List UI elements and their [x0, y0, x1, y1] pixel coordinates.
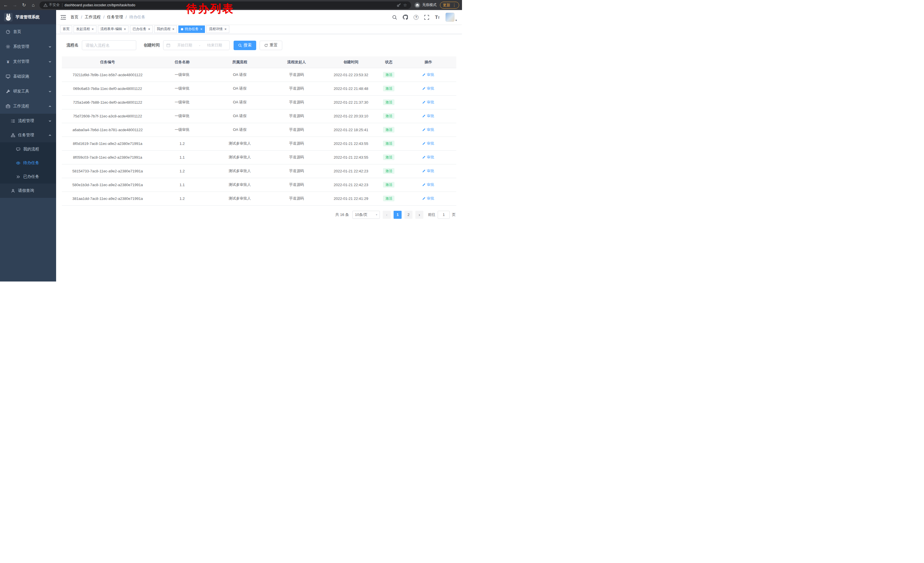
- fullscreen-icon[interactable]: [424, 15, 429, 20]
- sidebar-item-my-process[interactable]: 我的流程: [0, 142, 56, 156]
- page-button[interactable]: 2: [405, 211, 412, 219]
- tab-close-icon[interactable]: ×: [92, 27, 94, 31]
- cell-actions: 审批: [400, 95, 456, 109]
- github-icon[interactable]: [403, 15, 408, 20]
- help-icon[interactable]: ?: [414, 15, 418, 20]
- tab-active[interactable]: 待办任务×: [178, 26, 205, 33]
- sidebar-fold-icon[interactable]: [56, 15, 70, 20]
- user-avatar[interactable]: ▾: [446, 13, 457, 22]
- approve-link[interactable]: 审批: [422, 72, 434, 77]
- tab-item[interactable]: 首页: [60, 26, 72, 33]
- sidebar-item-leave-query[interactable]: 请假查询: [0, 183, 56, 198]
- security-warning[interactable]: 不安全: [44, 3, 60, 8]
- cell-initiator: 芋道源码: [268, 178, 325, 192]
- tab-close-icon[interactable]: ×: [172, 27, 175, 31]
- table-row: 8f0d1619-7ac8-11ec-a9e2-a2380e71991a1.2测…: [62, 137, 456, 150]
- approve-link[interactable]: 审批: [422, 196, 434, 201]
- tab-item[interactable]: 我的流程×: [154, 26, 177, 33]
- cell-status: 激活: [377, 150, 400, 164]
- search-icon[interactable]: [392, 15, 397, 20]
- sidebar-item-infra[interactable]: 基础设施: [0, 69, 56, 84]
- bookmark-star-icon[interactable]: ☆: [404, 3, 407, 8]
- sidebar-item-process-mgmt[interactable]: 流程管理: [0, 114, 56, 128]
- tab-close-icon[interactable]: ×: [200, 27, 202, 31]
- breadcrumb-item[interactable]: 工作流程: [85, 15, 101, 20]
- tab-close-icon[interactable]: ×: [224, 27, 227, 31]
- sidebar-item-done-tasks[interactable]: 已办任务: [0, 170, 56, 183]
- approve-link[interactable]: 审批: [422, 86, 434, 91]
- browser-back-icon[interactable]: ←: [3, 3, 9, 8]
- tab-item[interactable]: 流程表单-编辑×: [98, 26, 129, 33]
- tab-item[interactable]: 已办任务×: [130, 26, 153, 33]
- tab-item[interactable]: 流程详情×: [206, 26, 229, 33]
- approve-link[interactable]: 审批: [422, 141, 434, 146]
- sidebar-item-system[interactable]: 系统管理: [0, 39, 56, 54]
- sidebar-item-devtools[interactable]: 研发工具: [0, 84, 56, 99]
- sidebar-item-home[interactable]: 首页: [0, 24, 56, 39]
- tab-close-icon[interactable]: ×: [148, 27, 150, 31]
- cell-process: OA 请假: [211, 68, 268, 82]
- cell-process: OA 请假: [211, 123, 268, 137]
- eye-icon: [16, 161, 20, 165]
- cell-task-id: 069c6a63-7b8a-11ec-8ef0-acde48001122: [62, 82, 153, 95]
- prev-page-button[interactable]: ‹: [383, 211, 391, 219]
- menu-label: 支付管理: [13, 59, 29, 64]
- list-icon: [11, 119, 15, 123]
- menu-label: 任务管理: [18, 132, 34, 138]
- process-name-input[interactable]: [82, 41, 136, 50]
- url-text[interactable]: dashboard.yudao.iocoder.cn/bpm/task/todo: [65, 3, 394, 7]
- browser-home-icon[interactable]: ⌂: [30, 3, 36, 8]
- status-badge: 激活: [383, 168, 394, 174]
- tab-close-icon[interactable]: ×: [124, 27, 126, 31]
- goto-page-input[interactable]: [438, 211, 450, 219]
- tab-label: 流程详情: [209, 27, 223, 32]
- app-logo[interactable]: 芋道管理系统: [0, 10, 56, 24]
- status-badge: 激活: [383, 127, 394, 132]
- browser-reload-icon[interactable]: ↻: [21, 2, 27, 8]
- cell-create-time: 2022-01-22 18:25:41: [325, 123, 378, 137]
- chevron-down-icon: [48, 45, 51, 48]
- sidebar-item-todo-tasks[interactable]: 待办任务: [0, 156, 56, 170]
- browser-menu-dots-icon[interactable]: ⋮: [452, 3, 456, 8]
- password-key-icon[interactable]: [397, 3, 401, 7]
- chevron-up-icon: [48, 134, 51, 137]
- search-button[interactable]: 搜索: [234, 41, 256, 50]
- cell-task-name: 一级审批: [153, 82, 211, 95]
- address-bar[interactable]: 不安全 dashboard.yudao.iocoder.cn/bpm/task/…: [39, 2, 411, 9]
- next-page-button[interactable]: ›: [416, 211, 423, 219]
- tab-item[interactable]: 发起流程×: [74, 26, 96, 33]
- approve-link-label: 审批: [427, 100, 434, 105]
- table-row: 725a1eb6-7b88-11ec-8ef0-acde48001122一级审批…: [62, 95, 456, 109]
- sidebar-item-task-mgmt[interactable]: 任务管理: [0, 128, 56, 142]
- sidebar-item-workflow[interactable]: 工作流程: [0, 99, 56, 114]
- breadcrumb-item[interactable]: 任务管理: [107, 15, 123, 20]
- cell-task-name: 1.1: [153, 178, 211, 192]
- font-size-icon[interactable]: TT: [435, 15, 440, 20]
- breadcrumb-item[interactable]: 首页: [70, 15, 78, 20]
- cell-task-id: a6aba0a4-7b6d-11ec-b781-acde48001122: [62, 123, 153, 137]
- cell-task-id: 8f059c03-7ac8-11ec-a9e2-a2380e71991a: [62, 150, 153, 164]
- reset-button[interactable]: 重置: [260, 41, 282, 50]
- cell-initiator: 芋道源码: [268, 192, 325, 205]
- approve-link[interactable]: 审批: [422, 100, 434, 105]
- browser-update-button[interactable]: 更新 ⋮: [440, 2, 459, 9]
- approve-link[interactable]: 审批: [422, 168, 434, 174]
- date-range-picker[interactable]: 开始日期 - 结束日期: [163, 41, 230, 50]
- tab-label: 流程表单-编辑: [100, 27, 122, 32]
- approve-link[interactable]: 审批: [422, 113, 434, 119]
- pencil-icon: [422, 156, 426, 159]
- page-size-select[interactable]: 10条/页 ▾: [352, 211, 380, 219]
- cell-task-id: 381aa1dd-7ac8-11ec-a9e2-a2380e71991a: [62, 192, 153, 205]
- status-badge: 激活: [383, 195, 394, 201]
- browser-forward-icon[interactable]: →: [12, 3, 18, 8]
- sidebar-item-payment[interactable]: ¥ 支付管理: [0, 54, 56, 69]
- cell-process: OA 请假: [211, 95, 268, 109]
- approve-link[interactable]: 审批: [422, 155, 434, 160]
- approve-link[interactable]: 审批: [422, 127, 434, 132]
- approve-link[interactable]: 审批: [422, 182, 434, 187]
- approve-link-label: 审批: [427, 86, 434, 91]
- page-button-active[interactable]: 1: [394, 211, 402, 219]
- tab-label: 待办任务: [184, 27, 198, 32]
- column-header-task-id: 任务编号: [62, 56, 153, 68]
- cell-create-time: 2022-01-22 20:33:10: [325, 109, 378, 123]
